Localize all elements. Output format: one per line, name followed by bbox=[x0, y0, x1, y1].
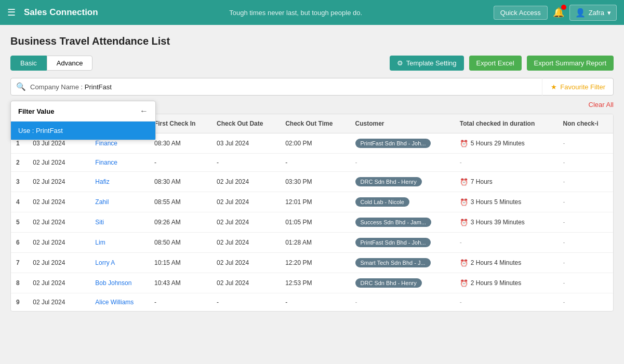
cell-user[interactable]: Alice Williams bbox=[90, 293, 149, 312]
user-menu[interactable]: 👤 Zafra ▾ bbox=[569, 5, 617, 21]
cell-customer: Smart Tech Sdn Bhd - J... bbox=[350, 253, 455, 273]
cell-check-out-time: 03:30 PM bbox=[280, 172, 350, 192]
clock-icon: ⏰ bbox=[460, 219, 468, 226]
favourite-filter-button[interactable]: ★ Favourite Filter bbox=[542, 78, 614, 96]
table-row: 8 02 Jul 2024 Bob Johnson 10:43 AM 02 Ju… bbox=[11, 273, 613, 293]
cell-check-out-date: 03 Jul 2024 bbox=[211, 133, 280, 154]
table-container: # Check In Date User First Check In Chec… bbox=[10, 114, 614, 312]
cell-duration: ⏰3 Hours 5 Minutes bbox=[455, 192, 558, 212]
cell-check-in-date: 02 Jul 2024 bbox=[28, 154, 90, 172]
table-row: 2 02 Jul 2024 Finance - - - - - - bbox=[11, 154, 613, 172]
cell-user[interactable]: Zahil bbox=[90, 192, 149, 212]
export-excel-button[interactable]: Export Excel bbox=[469, 56, 522, 71]
clock-icon: ⏰ bbox=[460, 279, 468, 287]
cell-check-out-time: 12:53 PM bbox=[280, 273, 350, 293]
cell-check-out-time: 12:20 PM bbox=[280, 253, 350, 273]
table-row: 6 02 Jul 2024 Lim 08:50 AM 02 Jul 2024 0… bbox=[11, 233, 613, 253]
cell-check-in-date: 02 Jul 2024 bbox=[28, 212, 90, 233]
clock-icon: ⏰ bbox=[460, 178, 468, 186]
tab-advance[interactable]: Advance bbox=[47, 56, 93, 71]
filter-dropdown: Filter Value ← Use : PrintFast bbox=[10, 101, 156, 140]
cell-check-out-time: - bbox=[280, 293, 350, 312]
customer-badge: Smart Tech Sdn Bhd - J... bbox=[355, 258, 431, 267]
cell-first-check-in: 10:15 AM bbox=[149, 253, 211, 273]
clear-all-button[interactable]: Clear All bbox=[589, 101, 614, 109]
cell-check-in-date: 02 Jul 2024 bbox=[28, 253, 90, 273]
cell-user[interactable]: Bob Johnson bbox=[90, 273, 149, 293]
cell-check-out-date: 02 Jul 2024 bbox=[211, 212, 280, 233]
search-label: Company Name : bbox=[30, 83, 85, 91]
cell-check-in-date: 02 Jul 2024 bbox=[28, 293, 90, 312]
cell-check-in-date: 02 Jul 2024 bbox=[28, 172, 90, 192]
cell-check-out-time: - bbox=[280, 154, 350, 172]
cell-first-check-in: 08:55 AM bbox=[149, 192, 211, 212]
cell-num: 2 bbox=[11, 154, 28, 172]
cell-non-check: - bbox=[558, 253, 613, 273]
cell-duration: ⏰2 Hours 9 Minutes bbox=[455, 273, 558, 293]
cell-first-check-in: 08:50 AM bbox=[149, 233, 211, 253]
chevron-down-icon: ▾ bbox=[607, 9, 611, 17]
gear-icon: ⚙ bbox=[397, 59, 403, 67]
cell-first-check-in: - bbox=[149, 154, 211, 172]
table-row: 5 02 Jul 2024 Siti 09:26 AM 02 Jul 2024 … bbox=[11, 212, 613, 233]
bell-button[interactable]: 🔔 bbox=[553, 7, 564, 18]
filter-back-button[interactable]: ← bbox=[140, 106, 148, 116]
search-area: 🔍 Company Name : PrintFast ★ Favourite F… bbox=[10, 78, 614, 96]
export-summary-button[interactable]: Export Summary Report bbox=[527, 56, 614, 71]
brand-name: Sales Connection bbox=[24, 7, 98, 18]
cell-num: 4 bbox=[11, 192, 28, 212]
cell-check-out-date: 02 Jul 2024 bbox=[211, 253, 280, 273]
cell-non-check: - bbox=[558, 233, 613, 253]
template-setting-button[interactable]: ⚙ Template Setting bbox=[390, 56, 464, 71]
cell-non-check: - bbox=[558, 172, 613, 192]
cell-customer: - bbox=[350, 293, 455, 312]
cell-check-out-time: 12:01 PM bbox=[280, 192, 350, 212]
customer-badge: DRC Sdn Bhd - Henry bbox=[355, 278, 422, 288]
cell-first-check-in: 09:26 AM bbox=[149, 212, 211, 233]
col-duration: Total checked in duration bbox=[455, 114, 558, 133]
clock-icon: ⏰ bbox=[460, 259, 468, 267]
cell-customer: Cold Lab - Nicole bbox=[350, 192, 455, 212]
cell-first-check-in: - bbox=[149, 293, 211, 312]
col-check-out-date: Check Out Date bbox=[211, 114, 280, 133]
table-row: 4 02 Jul 2024 Zahil 08:55 AM 02 Jul 2024… bbox=[11, 192, 613, 212]
filter-use-option[interactable]: Use : PrintFast bbox=[11, 122, 155, 140]
cell-user[interactable]: Finance bbox=[90, 154, 149, 172]
cell-customer: DRC Sdn Bhd - Henry bbox=[350, 273, 455, 293]
cell-user[interactable]: Siti bbox=[90, 212, 149, 233]
cell-num: 5 bbox=[11, 212, 28, 233]
attendance-table: # Check In Date User First Check In Chec… bbox=[11, 114, 613, 311]
cell-user[interactable]: Lorry A bbox=[90, 253, 149, 273]
quick-access-button[interactable]: Quick Access bbox=[494, 6, 548, 20]
cell-user[interactable]: Lim bbox=[90, 233, 149, 253]
toolbar-buttons: ⚙ Template Setting Export Excel Export S… bbox=[390, 56, 614, 71]
search-icon: 🔍 bbox=[16, 82, 26, 91]
table-row: 7 02 Jul 2024 Lorry A 10:15 AM 02 Jul 20… bbox=[11, 253, 613, 273]
bell-badge bbox=[561, 5, 566, 10]
search-value[interactable]: PrintFast bbox=[85, 83, 112, 91]
cell-num: 7 bbox=[11, 253, 28, 273]
cell-num: 8 bbox=[11, 273, 28, 293]
toolbar-row: Basic Advance ⚙ Template Setting Export … bbox=[10, 56, 614, 71]
cell-non-check: - bbox=[558, 192, 613, 212]
cell-num: 3 bbox=[11, 172, 28, 192]
cell-customer: - bbox=[350, 154, 455, 172]
cell-non-check: - bbox=[558, 273, 613, 293]
cell-non-check: - bbox=[558, 133, 613, 154]
cell-first-check-in: 08:30 AM bbox=[149, 133, 211, 154]
cell-check-out-date: - bbox=[211, 154, 280, 172]
cell-num: 6 bbox=[11, 233, 28, 253]
topnav: ☰ Sales Connection Tough times never las… bbox=[0, 0, 624, 25]
tab-group: Basic Advance bbox=[10, 56, 92, 71]
clock-icon: ⏰ bbox=[460, 198, 468, 206]
clock-icon: ⏰ bbox=[460, 140, 468, 147]
cell-check-out-date: 02 Jul 2024 bbox=[211, 233, 280, 253]
cell-check-out-date: 02 Jul 2024 bbox=[211, 172, 280, 192]
cell-check-in-date: 02 Jul 2024 bbox=[28, 233, 90, 253]
cell-customer: PrintFast Sdn Bhd - Joh... bbox=[350, 133, 455, 154]
cell-user[interactable]: Hafiz bbox=[90, 172, 149, 192]
cell-check-out-time: 01:28 AM bbox=[280, 233, 350, 253]
tab-basic[interactable]: Basic bbox=[10, 56, 47, 71]
cell-duration: - bbox=[455, 154, 558, 172]
menu-icon[interactable]: ☰ bbox=[7, 7, 16, 18]
